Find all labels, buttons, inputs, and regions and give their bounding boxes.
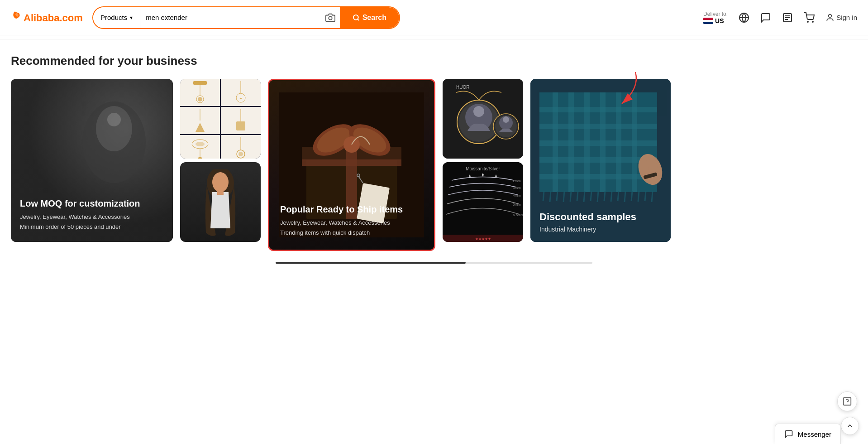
user-icon	[825, 13, 835, 22]
chevron-up-icon	[846, 422, 854, 430]
svg-text:Moissanite/Silver: Moissanite/Silver	[466, 166, 500, 171]
card-popular-description: Trending items with quick dispatch	[280, 229, 403, 237]
svg-point-61	[503, 116, 509, 123]
jewelry-grid-item-2: ✦	[221, 79, 261, 106]
search-button[interactable]: Search	[340, 7, 399, 28]
card-necklace[interactable]: HUOR	[443, 79, 523, 242]
svg-point-16	[107, 113, 121, 126]
svg-rect-37	[217, 190, 224, 195]
jewelry-grid-item-1	[180, 79, 220, 106]
arrow-annotation	[595, 70, 649, 112]
card-discounted-subtitle: Industrial Machinery	[539, 226, 636, 233]
card-jewelry-top: ✦	[180, 79, 261, 159]
svg-line-92	[550, 191, 551, 202]
card-low-moq[interactable]: Low MOQ for customization Jewelry, Eyewe…	[11, 79, 173, 242]
camera-search-button[interactable]	[321, 13, 340, 23]
messages-button[interactable]	[760, 12, 771, 23]
svg-text:6.5mm: 6.5mm	[513, 213, 523, 217]
svg-point-2	[353, 15, 358, 20]
svg-line-3	[358, 19, 359, 20]
search-icon	[353, 14, 360, 21]
svg-line-102	[618, 191, 619, 201]
search-button-label: Search	[362, 14, 386, 22]
card-necklace-top: HUOR	[443, 79, 523, 159]
card-popular-ready[interactable]: Popular Ready to Ship items Jewelry, Eye…	[268, 79, 435, 251]
svg-text:HUOR: HUOR	[456, 85, 469, 90]
scroll-up-button[interactable]	[841, 417, 859, 435]
search-input[interactable]	[140, 7, 320, 28]
svg-point-31	[198, 157, 202, 159]
svg-point-12	[829, 14, 832, 17]
svg-text:4mm: 4mm	[513, 193, 521, 198]
card-popular-text: Popular Ready to Ship items Jewelry, Eye…	[280, 203, 403, 239]
svg-line-94	[563, 191, 564, 202]
svg-line-95	[570, 191, 571, 202]
language-button[interactable]	[739, 12, 749, 23]
svg-marker-25	[196, 123, 205, 132]
card-jewelry-bottom	[180, 162, 261, 242]
section-title: Recommended for your business	[11, 54, 857, 68]
sign-in-label: Sign in	[836, 14, 857, 21]
cards-wrapper: Low MOQ for customization Jewelry, Eyewe…	[11, 79, 857, 251]
logo[interactable]: Alibaba.com	[11, 9, 83, 27]
card-low-moq-decoration	[69, 92, 159, 192]
country-label: US	[715, 17, 724, 24]
svg-text:5mm: 5mm	[513, 203, 521, 207]
svg-text:2mm: 2mm	[513, 179, 521, 183]
progress-fill	[276, 262, 466, 264]
svg-point-20	[198, 97, 202, 101]
svg-point-1	[329, 16, 332, 19]
cards-container: Low MOQ for customization Jewelry, Eyewe…	[11, 79, 857, 251]
deliver-label: Deliver to:	[703, 11, 728, 17]
card-popular-title: Popular Ready to Ship items	[280, 203, 403, 215]
progress-bar-container	[11, 262, 857, 264]
moissanite-illustration: Moissanite/Silver 2mm 3mm 4mm 5mm 6.5mm	[443, 162, 523, 242]
svg-text:Alibaba.com: Alibaba.com	[24, 12, 83, 24]
mannequin-illustration	[198, 169, 243, 242]
card-low-moq-title: Low MOQ for customization	[20, 198, 140, 209]
nav-divider	[0, 39, 868, 39]
card-jewelry[interactable]: ✦	[180, 79, 261, 242]
svg-point-29	[196, 142, 205, 146]
cart-button[interactable]	[804, 12, 815, 23]
globe-icon	[739, 12, 749, 23]
us-flag-icon	[703, 18, 713, 24]
svg-line-104	[631, 191, 632, 201]
svg-line-107	[652, 191, 653, 202]
chevron-down-icon: ▾	[130, 14, 133, 21]
deliver-country[interactable]: US	[703, 17, 724, 24]
svg-text:3mm: 3mm	[513, 186, 521, 190]
svg-line-101	[611, 191, 612, 202]
arrow-icon	[595, 70, 649, 111]
card-low-moq-text: Low MOQ for customization Jewelry, Eyewe…	[20, 198, 140, 233]
svg-line-99	[597, 191, 598, 202]
svg-rect-27	[236, 121, 245, 130]
cart-icon	[804, 12, 815, 23]
orders-icon	[782, 12, 793, 23]
svg-text:✦: ✦	[239, 97, 243, 101]
messenger-icon	[784, 430, 793, 439]
svg-line-103	[625, 191, 625, 202]
svg-line-97	[584, 191, 585, 202]
svg-line-91	[543, 191, 544, 201]
svg-rect-43	[302, 159, 401, 166]
jewelry-grid-item-5	[180, 135, 220, 159]
search-category-dropdown[interactable]: Products ▾	[93, 7, 140, 28]
deliver-to: Deliver to: US	[703, 11, 728, 24]
svg-line-93	[557, 191, 558, 201]
orders-button[interactable]	[782, 12, 793, 23]
messenger-bar[interactable]: Messenger	[775, 424, 841, 444]
svg-line-96	[577, 191, 578, 201]
jewelry-grid-item-3	[180, 107, 220, 134]
svg-line-106	[645, 191, 646, 201]
help-button[interactable]	[837, 391, 857, 411]
help-icon	[842, 396, 852, 406]
header: Alibaba.com Products ▾ Search Deliver to…	[0, 0, 868, 35]
jewelry-grid-item-6	[221, 135, 261, 159]
svg-line-98	[591, 191, 591, 201]
svg-point-57	[473, 106, 484, 117]
card-necklace-bottom: Moissanite/Silver 2mm 3mm 4mm 5mm 6.5mm	[443, 162, 523, 242]
header-right: Deliver to: US	[703, 11, 857, 24]
sign-in-button[interactable]: Sign in	[825, 13, 857, 22]
svg-rect-17	[193, 81, 207, 85]
